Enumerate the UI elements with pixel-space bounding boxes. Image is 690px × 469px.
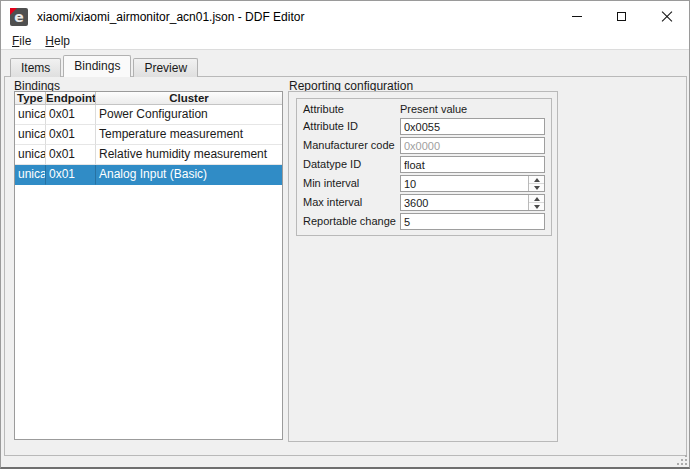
table-row[interactable]: unicast0x01Power Configuration (15, 105, 282, 125)
max-interval-spin-down-button[interactable] (529, 203, 544, 210)
datatype-id-label: Datatype ID (303, 156, 396, 173)
reporting-form: AttributePresent valueAttribute IDManufa… (297, 99, 551, 234)
reporting-form-frame: AttributePresent valueAttribute IDManufa… (296, 98, 552, 236)
caption-buttons (554, 1, 689, 32)
table-row[interactable]: unicast0x01Analog Input (Basic) (15, 165, 282, 185)
cell-endpoint: 0x01 (46, 165, 96, 185)
close-icon (661, 11, 673, 23)
column-header-endpoint[interactable]: Endpoint (46, 92, 96, 104)
app-icon-red-corner (10, 8, 17, 15)
manufacturer-code-label: Manufacturer code (303, 137, 396, 154)
max-interval-spin-up-button[interactable] (529, 195, 544, 203)
titlebar: e xiaomi/xiaomi_airmonitor_acn01.json - … (1, 1, 689, 33)
min-interval-spin-down-button[interactable] (529, 184, 544, 191)
minimize-icon (572, 16, 582, 17)
max-interval-field-wrap (400, 194, 545, 211)
attribute-id-input[interactable] (400, 118, 545, 135)
tab-bindings[interactable]: Bindings (63, 55, 131, 77)
tab-pane: Bindings TypeEndpointCluster unicast0x01… (4, 76, 687, 456)
min-interval-input[interactable] (400, 175, 545, 192)
table-row[interactable]: unicast0x01Relative humidity measurement (15, 145, 282, 165)
cell-cluster: Temperature measurement (96, 125, 282, 145)
table-row[interactable]: unicast0x01Temperature measurement (15, 125, 282, 145)
max-interval-spin-buttons (528, 195, 544, 210)
attribute-id-field-wrap (400, 118, 545, 135)
tabbar: ItemsBindingsPreview (10, 55, 200, 77)
reportable-change-field-wrap (400, 213, 545, 230)
manufacturer-code-input[interactable] (400, 137, 545, 154)
attribute-id-label: Attribute ID (303, 118, 396, 135)
cell-type: unicast (15, 145, 46, 165)
cell-cluster: Relative humidity measurement (96, 145, 282, 165)
resize-grip[interactable] (675, 453, 687, 465)
datatype-id-input[interactable] (400, 156, 545, 173)
tab-preview[interactable]: Preview (133, 58, 198, 77)
datatype-id-field-wrap (400, 156, 545, 173)
close-button[interactable] (644, 1, 689, 32)
min-interval-label: Min interval (303, 175, 396, 192)
column-header-type[interactable]: Type (15, 92, 46, 104)
cell-type: unicast (15, 105, 46, 125)
cell-endpoint: 0x01 (46, 145, 96, 165)
spin-down-icon (534, 186, 540, 190)
cell-cluster: Power Configuration (96, 105, 282, 125)
menu-item-file[interactable]: File (5, 33, 38, 49)
bindings-table-header: TypeEndpointCluster (15, 92, 282, 105)
maximize-button[interactable] (599, 1, 644, 32)
cell-type: unicast (15, 125, 46, 145)
attribute-column-label: Attribute (303, 103, 396, 116)
bindings-table-body: unicast0x01Power Configurationunicast0x0… (15, 105, 282, 185)
menubar: FileHelp (1, 33, 689, 50)
spin-up-icon (534, 197, 540, 201)
resize-grip-dots (685, 463, 687, 465)
maximize-icon (617, 12, 626, 21)
bindings-table: TypeEndpointCluster unicast0x01Power Con… (14, 91, 283, 440)
min-interval-spin-buttons (528, 176, 544, 191)
max-interval-input[interactable] (400, 194, 545, 211)
present-value-label: Present value (400, 103, 545, 116)
cell-endpoint: 0x01 (46, 125, 96, 145)
window-title: xiaomi/xiaomi_airmonitor_acn01.json - DD… (37, 1, 304, 33)
cell-cluster: Analog Input (Basic) (96, 165, 282, 185)
spin-up-icon (534, 178, 540, 182)
cell-type: unicast (15, 165, 46, 185)
min-interval-field-wrap (400, 175, 545, 192)
main-area: ItemsBindingsPreview Bindings TypeEndpoi… (1, 51, 689, 467)
reportable-change-label: Reportable change (303, 213, 396, 230)
reportable-change-input[interactable] (400, 213, 545, 230)
minimize-button[interactable] (554, 1, 599, 32)
reporting-groupbox: AttributePresent valueAttribute IDManufa… (288, 91, 558, 442)
min-interval-spin-up-button[interactable] (529, 176, 544, 184)
ddf-editor-window: e xiaomi/xiaomi_airmonitor_acn01.json - … (0, 0, 690, 469)
tab-items[interactable]: Items (10, 58, 61, 77)
spin-down-icon (534, 205, 540, 209)
manufacturer-code-field-wrap (400, 137, 545, 154)
cell-endpoint: 0x01 (46, 105, 96, 125)
max-interval-label: Max interval (303, 194, 396, 211)
app-icon: e (10, 8, 28, 26)
menu-item-help[interactable]: Help (38, 33, 77, 49)
column-header-cluster[interactable]: Cluster (96, 92, 282, 104)
